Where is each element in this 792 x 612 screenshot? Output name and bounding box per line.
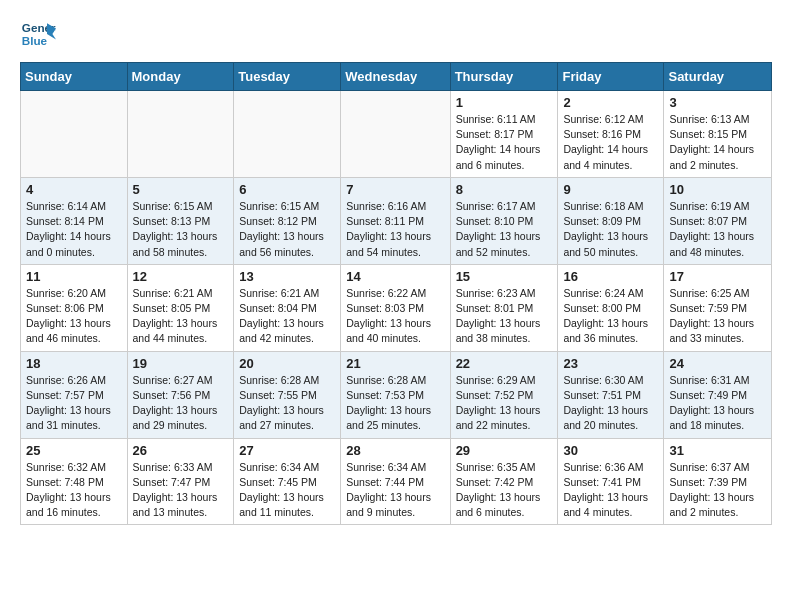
day-number: 6 <box>239 182 335 197</box>
day-number: 16 <box>563 269 658 284</box>
day-info: Sunrise: 6:28 AM Sunset: 7:55 PM Dayligh… <box>239 373 335 434</box>
weekday-header-thursday: Thursday <box>450 63 558 91</box>
calendar-cell: 28Sunrise: 6:34 AM Sunset: 7:44 PM Dayli… <box>341 438 450 525</box>
calendar-cell: 5Sunrise: 6:15 AM Sunset: 8:13 PM Daylig… <box>127 177 234 264</box>
day-number: 31 <box>669 443 766 458</box>
day-info: Sunrise: 6:36 AM Sunset: 7:41 PM Dayligh… <box>563 460 658 521</box>
day-number: 28 <box>346 443 444 458</box>
day-number: 9 <box>563 182 658 197</box>
calendar-cell: 1Sunrise: 6:11 AM Sunset: 8:17 PM Daylig… <box>450 91 558 178</box>
calendar-table: SundayMondayTuesdayWednesdayThursdayFrid… <box>20 62 772 525</box>
calendar-week-row: 18Sunrise: 6:26 AM Sunset: 7:57 PM Dayli… <box>21 351 772 438</box>
calendar-cell: 7Sunrise: 6:16 AM Sunset: 8:11 PM Daylig… <box>341 177 450 264</box>
day-number: 18 <box>26 356 122 371</box>
day-info: Sunrise: 6:23 AM Sunset: 8:01 PM Dayligh… <box>456 286 553 347</box>
day-number: 2 <box>563 95 658 110</box>
weekday-header-wednesday: Wednesday <box>341 63 450 91</box>
calendar-cell <box>341 91 450 178</box>
day-info: Sunrise: 6:21 AM Sunset: 8:04 PM Dayligh… <box>239 286 335 347</box>
day-info: Sunrise: 6:30 AM Sunset: 7:51 PM Dayligh… <box>563 373 658 434</box>
day-info: Sunrise: 6:26 AM Sunset: 7:57 PM Dayligh… <box>26 373 122 434</box>
day-number: 1 <box>456 95 553 110</box>
calendar-cell: 20Sunrise: 6:28 AM Sunset: 7:55 PM Dayli… <box>234 351 341 438</box>
calendar-cell: 17Sunrise: 6:25 AM Sunset: 7:59 PM Dayli… <box>664 264 772 351</box>
calendar-cell: 10Sunrise: 6:19 AM Sunset: 8:07 PM Dayli… <box>664 177 772 264</box>
day-info: Sunrise: 6:15 AM Sunset: 8:12 PM Dayligh… <box>239 199 335 260</box>
day-number: 17 <box>669 269 766 284</box>
day-number: 26 <box>133 443 229 458</box>
day-number: 10 <box>669 182 766 197</box>
weekday-header-friday: Friday <box>558 63 664 91</box>
weekday-header-tuesday: Tuesday <box>234 63 341 91</box>
day-number: 7 <box>346 182 444 197</box>
day-info: Sunrise: 6:22 AM Sunset: 8:03 PM Dayligh… <box>346 286 444 347</box>
day-number: 12 <box>133 269 229 284</box>
day-info: Sunrise: 6:13 AM Sunset: 8:15 PM Dayligh… <box>669 112 766 173</box>
day-number: 29 <box>456 443 553 458</box>
calendar-cell: 4Sunrise: 6:14 AM Sunset: 8:14 PM Daylig… <box>21 177 128 264</box>
day-info: Sunrise: 6:35 AM Sunset: 7:42 PM Dayligh… <box>456 460 553 521</box>
day-info: Sunrise: 6:14 AM Sunset: 8:14 PM Dayligh… <box>26 199 122 260</box>
calendar-cell: 14Sunrise: 6:22 AM Sunset: 8:03 PM Dayli… <box>341 264 450 351</box>
calendar-header: SundayMondayTuesdayWednesdayThursdayFrid… <box>21 63 772 91</box>
day-number: 23 <box>563 356 658 371</box>
day-info: Sunrise: 6:33 AM Sunset: 7:47 PM Dayligh… <box>133 460 229 521</box>
calendar-cell: 12Sunrise: 6:21 AM Sunset: 8:05 PM Dayli… <box>127 264 234 351</box>
day-number: 27 <box>239 443 335 458</box>
calendar-cell: 30Sunrise: 6:36 AM Sunset: 7:41 PM Dayli… <box>558 438 664 525</box>
day-number: 4 <box>26 182 122 197</box>
calendar-cell <box>234 91 341 178</box>
calendar-cell: 15Sunrise: 6:23 AM Sunset: 8:01 PM Dayli… <box>450 264 558 351</box>
calendar-week-row: 25Sunrise: 6:32 AM Sunset: 7:48 PM Dayli… <box>21 438 772 525</box>
calendar-cell: 19Sunrise: 6:27 AM Sunset: 7:56 PM Dayli… <box>127 351 234 438</box>
calendar-cell: 13Sunrise: 6:21 AM Sunset: 8:04 PM Dayli… <box>234 264 341 351</box>
day-number: 30 <box>563 443 658 458</box>
day-number: 24 <box>669 356 766 371</box>
day-info: Sunrise: 6:24 AM Sunset: 8:00 PM Dayligh… <box>563 286 658 347</box>
day-info: Sunrise: 6:34 AM Sunset: 7:45 PM Dayligh… <box>239 460 335 521</box>
day-info: Sunrise: 6:12 AM Sunset: 8:16 PM Dayligh… <box>563 112 658 173</box>
day-number: 25 <box>26 443 122 458</box>
logo-icon: General Blue <box>20 16 56 52</box>
calendar-body: 1Sunrise: 6:11 AM Sunset: 8:17 PM Daylig… <box>21 91 772 525</box>
day-info: Sunrise: 6:34 AM Sunset: 7:44 PM Dayligh… <box>346 460 444 521</box>
calendar-week-row: 1Sunrise: 6:11 AM Sunset: 8:17 PM Daylig… <box>21 91 772 178</box>
day-number: 14 <box>346 269 444 284</box>
calendar-cell: 31Sunrise: 6:37 AM Sunset: 7:39 PM Dayli… <box>664 438 772 525</box>
calendar-cell: 9Sunrise: 6:18 AM Sunset: 8:09 PM Daylig… <box>558 177 664 264</box>
day-info: Sunrise: 6:31 AM Sunset: 7:49 PM Dayligh… <box>669 373 766 434</box>
calendar-cell: 23Sunrise: 6:30 AM Sunset: 7:51 PM Dayli… <box>558 351 664 438</box>
weekday-header-saturday: Saturday <box>664 63 772 91</box>
day-number: 19 <box>133 356 229 371</box>
calendar-cell: 21Sunrise: 6:28 AM Sunset: 7:53 PM Dayli… <box>341 351 450 438</box>
calendar-cell <box>21 91 128 178</box>
svg-text:Blue: Blue <box>22 34 48 47</box>
day-info: Sunrise: 6:19 AM Sunset: 8:07 PM Dayligh… <box>669 199 766 260</box>
day-info: Sunrise: 6:28 AM Sunset: 7:53 PM Dayligh… <box>346 373 444 434</box>
day-info: Sunrise: 6:16 AM Sunset: 8:11 PM Dayligh… <box>346 199 444 260</box>
day-number: 11 <box>26 269 122 284</box>
day-number: 22 <box>456 356 553 371</box>
day-info: Sunrise: 6:25 AM Sunset: 7:59 PM Dayligh… <box>669 286 766 347</box>
calendar-cell: 22Sunrise: 6:29 AM Sunset: 7:52 PM Dayli… <box>450 351 558 438</box>
calendar-cell: 16Sunrise: 6:24 AM Sunset: 8:00 PM Dayli… <box>558 264 664 351</box>
day-number: 5 <box>133 182 229 197</box>
day-info: Sunrise: 6:32 AM Sunset: 7:48 PM Dayligh… <box>26 460 122 521</box>
calendar-cell: 8Sunrise: 6:17 AM Sunset: 8:10 PM Daylig… <box>450 177 558 264</box>
day-number: 8 <box>456 182 553 197</box>
day-info: Sunrise: 6:20 AM Sunset: 8:06 PM Dayligh… <box>26 286 122 347</box>
page-container: General Blue SundayMondayTuesdayWednesda… <box>0 0 792 541</box>
day-info: Sunrise: 6:18 AM Sunset: 8:09 PM Dayligh… <box>563 199 658 260</box>
day-number: 13 <box>239 269 335 284</box>
day-number: 15 <box>456 269 553 284</box>
day-number: 3 <box>669 95 766 110</box>
calendar-cell: 3Sunrise: 6:13 AM Sunset: 8:15 PM Daylig… <box>664 91 772 178</box>
day-info: Sunrise: 6:27 AM Sunset: 7:56 PM Dayligh… <box>133 373 229 434</box>
day-number: 21 <box>346 356 444 371</box>
weekday-header-monday: Monday <box>127 63 234 91</box>
day-number: 20 <box>239 356 335 371</box>
calendar-cell: 27Sunrise: 6:34 AM Sunset: 7:45 PM Dayli… <box>234 438 341 525</box>
day-info: Sunrise: 6:37 AM Sunset: 7:39 PM Dayligh… <box>669 460 766 521</box>
page-header: General Blue <box>20 16 772 52</box>
day-info: Sunrise: 6:21 AM Sunset: 8:05 PM Dayligh… <box>133 286 229 347</box>
